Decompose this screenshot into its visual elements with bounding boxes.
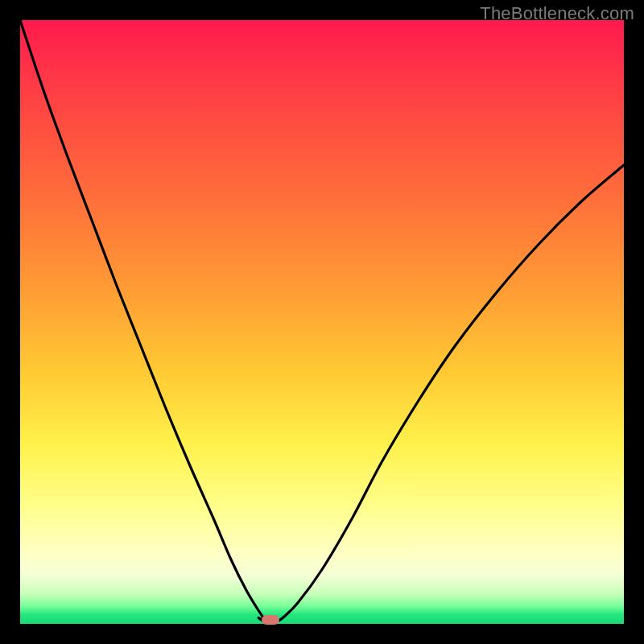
optimum-marker <box>262 615 279 625</box>
chart-frame <box>20 20 624 624</box>
bottleneck-curve <box>20 20 624 624</box>
